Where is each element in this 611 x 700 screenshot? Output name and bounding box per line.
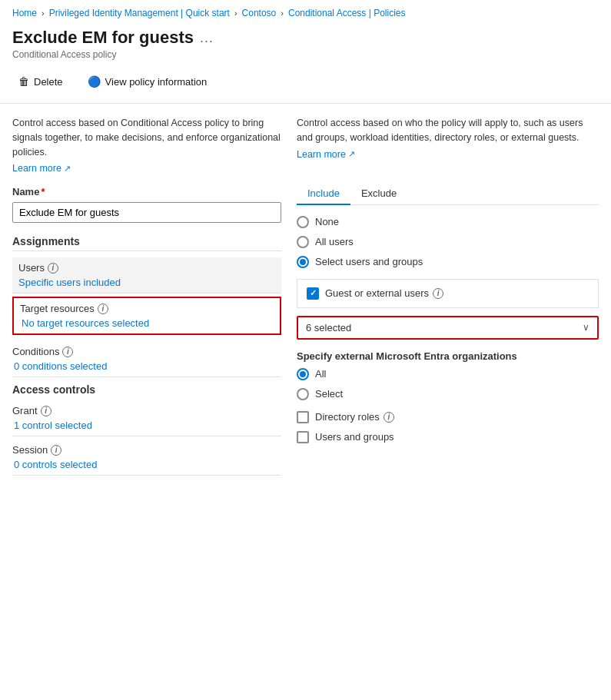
users-label: Users (18, 262, 45, 274)
name-input[interactable] (12, 202, 281, 223)
delete-icon: 🗑 (18, 75, 29, 88)
specify-section-title: Specify external Microsoft Entra organiz… (297, 350, 599, 362)
directory-roles-checkbox-item[interactable]: Directory roles i (297, 411, 599, 423)
dropdown-chevron-icon: ∨ (583, 322, 589, 333)
target-resources-row: Target resources i No target resources s… (12, 297, 281, 335)
specify-radio-all-label: All (315, 368, 326, 380)
users-value[interactable]: Specific users included (18, 277, 275, 288)
directory-roles-label: Directory roles i (315, 411, 394, 423)
radio-none[interactable]: None (297, 216, 599, 228)
right-description: Control access based on who the policy w… (297, 116, 599, 145)
specify-radio-select-circle (297, 388, 309, 400)
grant-info-icon[interactable]: i (41, 406, 51, 416)
directory-roles-checkbox[interactable] (297, 411, 309, 423)
radio-all-users[interactable]: All users (297, 236, 599, 248)
guest-external-checkbox[interactable] (307, 287, 319, 300)
tab-exclude[interactable]: Exclude (350, 183, 407, 205)
left-ext-link-icon: ↗ (64, 164, 71, 174)
target-resources-info-icon[interactable]: i (98, 304, 108, 314)
breadcrumb-chevron-3: › (281, 8, 284, 18)
session-row: Session i 0 controls selected (12, 436, 281, 476)
guest-external-info-icon[interactable]: i (433, 288, 443, 299)
target-resources-label: Target resources (20, 303, 95, 314)
required-star: * (41, 186, 45, 197)
tab-include[interactable]: Include (297, 183, 350, 205)
users-info-icon[interactable]: i (48, 263, 58, 274)
left-learn-more-link[interactable]: Learn more ↗ (12, 163, 71, 174)
users-and-groups-checkbox-item[interactable]: Users and groups (297, 431, 599, 443)
radio-select-users-circle (297, 256, 309, 268)
breadcrumb-contoso[interactable]: Contoso (242, 8, 277, 18)
conditions-value[interactable]: 0 conditions selected (12, 360, 281, 372)
specify-section: Specify external Microsoft Entra organiz… (297, 350, 599, 400)
users-row: Users i Specific users included (12, 257, 281, 294)
users-and-groups-checkbox[interactable] (297, 431, 309, 443)
radio-all-users-circle (297, 236, 309, 248)
delete-button[interactable]: 🗑 Delete (12, 72, 69, 91)
toolbar: 🗑 Delete 🔵 View policy information (12, 68, 599, 95)
right-learn-more-label: Learn more (297, 149, 346, 160)
directory-roles-info-icon[interactable]: i (384, 412, 394, 423)
delete-label: Delete (34, 76, 63, 88)
specify-radio-all-circle (297, 368, 309, 380)
view-policy-button[interactable]: 🔵 View policy information (81, 72, 214, 91)
right-ext-link-icon: ↗ (348, 149, 355, 159)
selected-dropdown[interactable]: 6 selected ∨ (297, 316, 599, 340)
right-learn-more-link[interactable]: Learn more ↗ (297, 149, 355, 160)
specify-radio-select[interactable]: Select (297, 388, 599, 400)
view-policy-label: View policy information (105, 76, 208, 88)
page-header: Exclude EM for guests ... Conditional Ac… (0, 25, 611, 104)
left-learn-more-label: Learn more (12, 163, 61, 174)
tabs-row: Include Exclude (297, 183, 599, 205)
view-policy-icon: 🔵 (88, 75, 101, 88)
radio-none-label: None (315, 216, 339, 227)
session-label: Session (12, 444, 48, 456)
breadcrumb-home[interactable]: Home (12, 8, 37, 18)
breadcrumb-chevron-2: › (234, 8, 237, 18)
session-value[interactable]: 0 controls selected (12, 459, 281, 470)
page-subtitle: Conditional Access policy (12, 49, 599, 60)
grant-label: Grant (12, 405, 38, 416)
grant-row: Grant i 1 control selected (12, 400, 281, 436)
radio-select-users-label: Select users and groups (315, 256, 423, 267)
target-resources-value[interactable]: No target resources selected (20, 317, 274, 329)
name-field-label: Name* (12, 186, 281, 197)
access-controls-header: Access controls (12, 383, 281, 396)
left-column: Control access based on Conditional Acce… (12, 116, 281, 476)
conditions-row: Conditions i 0 conditions selected (12, 338, 281, 377)
guest-external-section: Guest or external users i (297, 279, 599, 308)
breadcrumb-ca-policies[interactable]: Conditional Access | Policies (288, 8, 406, 18)
right-column: Control access based on who the policy w… (297, 116, 599, 476)
radio-select-users[interactable]: Select users and groups (297, 256, 599, 268)
guest-external-checkbox-item[interactable]: Guest or external users i (307, 287, 589, 300)
specify-radio-all[interactable]: All (297, 368, 599, 380)
left-description: Control access based on Conditional Acce… (12, 116, 281, 159)
breadcrumb-chevron-1: › (42, 8, 45, 18)
bottom-checkboxes: Directory roles i Users and groups (297, 411, 599, 443)
specify-radio-select-label: Select (315, 388, 343, 400)
conditions-label: Conditions (12, 346, 59, 357)
users-and-groups-label: Users and groups (315, 431, 394, 443)
more-options-icon[interactable]: ... (200, 30, 214, 46)
assignments-header: Assignments (12, 235, 281, 251)
radio-group: None All users Select users and groups (297, 216, 599, 268)
session-info-icon[interactable]: i (51, 445, 61, 456)
main-content: Control access based on Conditional Acce… (0, 104, 611, 488)
breadcrumb-pim[interactable]: Privileged Identity Management | Quick s… (49, 8, 230, 18)
page-title: Exclude EM for guests (12, 28, 194, 48)
guest-external-label: Guest or external users i (325, 287, 443, 299)
grant-value[interactable]: 1 control selected (12, 420, 281, 431)
dropdown-value: 6 selected (306, 322, 351, 333)
radio-none-circle (297, 216, 309, 228)
breadcrumb: Home › Privileged Identity Management | … (0, 0, 611, 25)
specify-radio-group: All Select (297, 368, 599, 400)
conditions-info-icon[interactable]: i (62, 347, 73, 357)
radio-all-users-label: All users (315, 236, 354, 247)
